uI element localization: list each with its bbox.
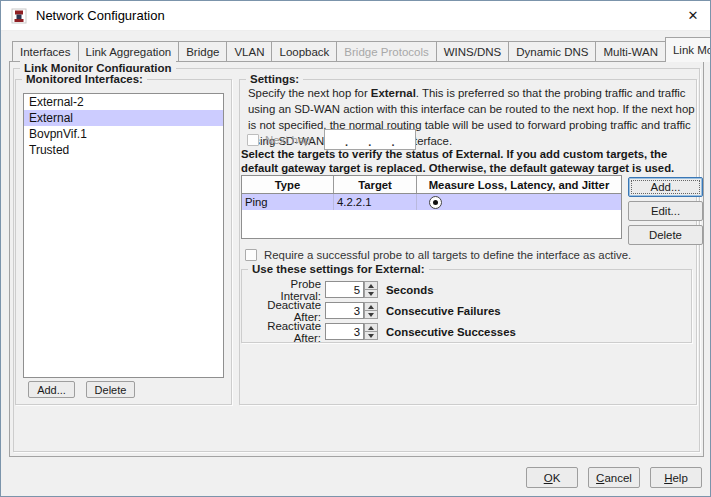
targets-table: Type Target Measure Loss, Latency, and J… [241, 175, 622, 239]
title-bar: Network Configuration ✕ [1, 1, 710, 31]
list-item-bovpnvif-1[interactable]: BovpnVif.1 [24, 126, 223, 142]
spin-down-icon[interactable] [364, 289, 378, 298]
reactivate-after-stepper [364, 323, 378, 340]
use-settings-title: Use these settings for External: [248, 262, 429, 276]
cancel-button[interactable]: Cancel [588, 467, 640, 488]
header-measure: Measure Loss, Latency, and Jitter [417, 176, 621, 193]
tab-bridge-protocols: Bridge Protocols [336, 41, 436, 61]
probe-interval-input[interactable]: 5 [325, 281, 364, 298]
deactivate-after-row: Deactivate After: 3 Consecutive Failures [247, 302, 501, 319]
spin-up-icon[interactable] [364, 302, 378, 310]
tab-link-monitor[interactable]: Link Monitor [665, 37, 711, 62]
deactivate-after-unit: Consecutive Failures [386, 305, 501, 317]
next-hop-checkbox[interactable] [247, 134, 259, 146]
measure-radio[interactable] [429, 196, 442, 209]
require-probe-label: Require a successful probe to all target… [264, 249, 631, 261]
deactivate-after-input[interactable]: 3 [325, 302, 364, 319]
target-add-button[interactable]: Add... [628, 177, 703, 197]
reactivate-after-label: Reactivate After: [247, 320, 321, 344]
window-title: Network Configuration [36, 8, 165, 23]
list-item-external-2[interactable]: External-2 [24, 94, 223, 110]
reactivate-after-row: Reactivate After: 3 Consecutive Successe… [247, 323, 516, 340]
monitored-add-button[interactable]: Add... [28, 381, 75, 398]
next-hop-label: Next hop: [265, 134, 314, 146]
table-row[interactable]: Ping 4.2.2.1 [242, 194, 621, 210]
require-probe-checkbox[interactable] [245, 249, 257, 261]
close-icon[interactable]: ✕ [676, 1, 710, 31]
require-probe-row: Require a successful probe to all target… [245, 247, 631, 263]
app-icon [11, 8, 27, 24]
tab-multi-wan[interactable]: Multi-WAN [595, 41, 666, 61]
monitored-delete-button[interactable]: Delete [86, 381, 135, 398]
cell-type: Ping [242, 194, 334, 210]
probe-interval-stepper [364, 281, 378, 298]
network-configuration-dialog: Network Configuration ✕ Interfaces Link … [0, 0, 711, 497]
tab-wins-dns[interactable]: WINS/DNS [436, 41, 510, 61]
probe-interval-row: Probe Interval: 5 Seconds [247, 281, 433, 298]
spin-up-icon[interactable] [364, 323, 378, 331]
cell-target: 4.2.2.1 [334, 194, 417, 210]
tab-vlan[interactable]: VLAN [226, 41, 272, 61]
spin-down-icon[interactable] [364, 331, 378, 340]
tab-bar: Interfaces Link Aggregation Bridge VLAN … [12, 37, 711, 62]
list-item-external[interactable]: External [24, 110, 223, 126]
targets-description: Select the targets to verify the status … [241, 147, 693, 175]
deactivate-after-stepper [364, 302, 378, 319]
footer-buttons: OK Cancel Help [526, 467, 702, 488]
settings-title: Settings: [246, 72, 303, 86]
target-delete-button[interactable]: Delete [628, 225, 703, 245]
header-target: Target [334, 176, 417, 193]
list-item-trusted[interactable]: Trusted [24, 142, 223, 158]
tab-bridge[interactable]: Bridge [178, 41, 227, 61]
target-edit-button[interactable]: Edit... [628, 201, 703, 221]
reactivate-after-unit: Consecutive Successes [386, 326, 516, 338]
tab-link-aggregation[interactable]: Link Aggregation [78, 41, 180, 61]
ok-button[interactable]: OK [526, 467, 578, 488]
tab-loopback[interactable]: Loopback [271, 41, 337, 61]
spin-down-icon[interactable] [364, 310, 378, 319]
cell-measure [417, 194, 621, 210]
probe-interval-unit: Seconds [386, 284, 433, 296]
targets-table-header: Type Target Measure Loss, Latency, and J… [242, 176, 621, 194]
monitored-interfaces-list[interactable]: External-2 External BovpnVif.1 Trusted [23, 93, 224, 378]
monitored-interfaces-title: Monitored Interfaces: [22, 72, 147, 86]
spin-up-icon[interactable] [364, 281, 378, 289]
tab-dynamic-dns[interactable]: Dynamic DNS [508, 41, 596, 61]
help-button[interactable]: Help [650, 467, 702, 488]
header-type: Type [242, 176, 334, 193]
reactivate-after-input[interactable]: 3 [325, 323, 364, 340]
tab-interfaces[interactable]: Interfaces [12, 41, 79, 61]
